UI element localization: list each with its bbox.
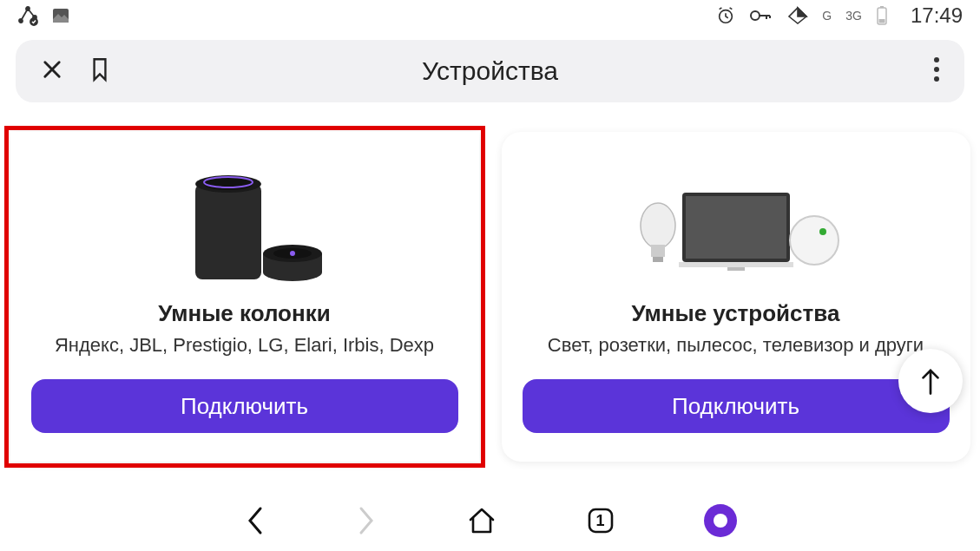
- svg-point-6: [751, 11, 760, 20]
- svg-point-1: [26, 7, 30, 10]
- battery-icon: [876, 5, 888, 26]
- svg-point-0: [19, 19, 23, 23]
- bottom-nav: 1: [0, 490, 980, 551]
- clock-time: 17:49: [911, 3, 963, 28]
- alarm-icon: [716, 6, 735, 25]
- svg-point-22: [641, 203, 675, 248]
- svg-rect-28: [727, 267, 745, 271]
- devices-image: [632, 158, 840, 288]
- home-button[interactable]: [465, 504, 498, 537]
- card-title: Умные колонки: [158, 300, 330, 327]
- svg-point-21: [290, 251, 295, 256]
- svg-rect-8: [880, 6, 884, 8]
- connect-button[interactable]: Подключить: [523, 379, 950, 433]
- card-subtitle: Свет, розетки, пылесос, телевизор и друг…: [548, 334, 924, 357]
- page-title: Устройства: [422, 56, 558, 86]
- svg-point-29: [790, 216, 839, 265]
- app-bar: Устройства: [16, 40, 964, 102]
- network-label-2: 3G: [845, 9, 862, 23]
- svg-rect-9: [878, 19, 885, 23]
- status-bar: G 3G 17:49: [0, 0, 980, 31]
- svg-rect-26: [686, 196, 786, 259]
- svg-rect-24: [653, 257, 663, 262]
- speaker-image: [162, 158, 327, 288]
- assistant-button[interactable]: [703, 503, 738, 538]
- card-subtitle: Яндекс, JBL, Prestigio, LG, Elari, Irbis…: [55, 334, 434, 357]
- svg-point-11: [934, 67, 939, 72]
- svg-rect-27: [679, 262, 793, 267]
- more-menu-button[interactable]: [933, 56, 940, 86]
- svg-point-10: [934, 57, 939, 62]
- svg-rect-13: [195, 184, 261, 279]
- back-button[interactable]: [243, 503, 267, 538]
- wifi-icon: [787, 6, 808, 25]
- tabs-count: 1: [595, 512, 604, 530]
- card-smart-devices[interactable]: Умные устройства Свет, розетки, пылесос,…: [502, 132, 970, 462]
- scroll-top-button[interactable]: [898, 349, 963, 413]
- card-smart-speakers[interactable]: Умные колонки Яндекс, JBL, Prestigio, LG…: [10, 132, 479, 462]
- svg-point-12: [934, 76, 939, 82]
- share-icon: [17, 5, 38, 26]
- network-label-1: G: [822, 9, 832, 23]
- content-area: Умные колонки Яндекс, JBL, Prestigio, LG…: [0, 102, 980, 462]
- svg-point-30: [819, 228, 826, 235]
- connect-button[interactable]: Подключить: [31, 379, 458, 433]
- image-icon: [50, 5, 71, 26]
- card-title: Умные устройства: [632, 300, 840, 327]
- close-button[interactable]: [40, 57, 64, 85]
- bookmark-button[interactable]: [89, 56, 111, 86]
- svg-rect-23: [651, 245, 665, 257]
- svg-point-33: [714, 514, 727, 528]
- forward-button[interactable]: [354, 503, 378, 538]
- vpn-key-icon: [749, 6, 773, 25]
- tabs-button[interactable]: 1: [585, 505, 616, 536]
